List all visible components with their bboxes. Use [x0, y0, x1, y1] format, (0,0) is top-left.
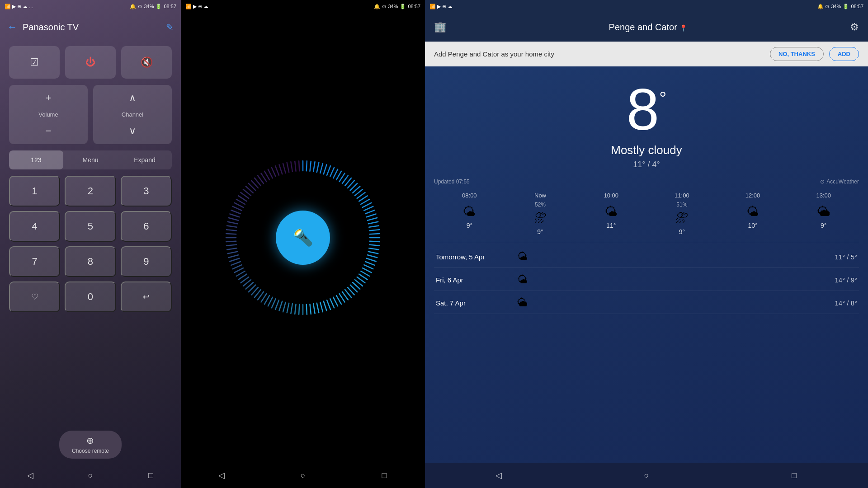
- status-right: 🔔 ⊙ 34% 🔋 08:57: [130, 4, 176, 9]
- fl-status-left: 📶 ▶ ⊕ ☁: [185, 4, 208, 9]
- nav-back-button[interactable]: ◁: [21, 466, 39, 484]
- day-row-1: Fri, 6 Apr 🌤 14° / 9°: [434, 269, 859, 291]
- nav-home-button[interactable]: ○: [81, 466, 99, 484]
- flashlight-status-bar: 📶 ▶ ⊕ ☁ 🔔 ⊙ 34% 🔋 08:57: [181, 0, 425, 13]
- channel-up-button[interactable]: ∧: [93, 89, 172, 107]
- day-name-1: Fri, 6 Apr: [436, 276, 517, 284]
- volume-down-button[interactable]: −: [9, 122, 88, 140]
- updated-text: Updated 07:55: [434, 178, 470, 185]
- num-back[interactable]: ↩: [121, 282, 172, 312]
- fl-clock: ⊙: [382, 4, 386, 9]
- tab-123[interactable]: 123: [9, 150, 63, 169]
- volume-label: Volume: [38, 109, 58, 120]
- mute-icon: 🔇: [141, 56, 153, 68]
- flashlight-toggle-button[interactable]: 🔦: [276, 211, 330, 265]
- remote-body: ☑ ⏻ 🔇 + Volume − ∧: [0, 42, 181, 427]
- num-4[interactable]: 4: [9, 211, 60, 242]
- fl-nav-home[interactable]: ○: [294, 466, 312, 484]
- fl-alarm: 🔔: [374, 4, 380, 9]
- day-range-2: 14° / 8°: [835, 299, 857, 307]
- remote-status-bar: 📶 ▶ ⊕ ☁ ... 🔔 ⊙ 34% 🔋 08:57: [0, 0, 181, 13]
- num-3[interactable]: 3: [121, 176, 172, 206]
- add-city-actions: NO, THANKS ADD: [770, 47, 859, 61]
- power-button[interactable]: ⏻: [65, 46, 116, 79]
- day-row-2: Sat, 7 Apr 🌥 14° / 8°: [434, 292, 859, 314]
- tab-expand[interactable]: Expand: [118, 150, 172, 169]
- channel-up-icon: ∧: [129, 92, 136, 104]
- time-display: 08:57: [164, 4, 176, 9]
- battery-icon: 🔋: [156, 4, 162, 9]
- num-1[interactable]: 1: [9, 176, 60, 206]
- daily-section: Tomorrow, 5 Apr 🌤 11° / 5° Fri, 6 Apr 🌤 …: [434, 246, 859, 314]
- add-city-banner: Add Penge and Cator as your home city NO…: [425, 42, 868, 66]
- add-button[interactable]: ADD: [829, 47, 859, 61]
- volume-up-icon: +: [46, 92, 52, 104]
- choose-remote-button[interactable]: ⊕ Choose remote: [59, 431, 122, 459]
- fl-battery-pct: 34%: [388, 4, 398, 9]
- mute-button[interactable]: 🔇: [121, 46, 172, 79]
- remote-header: ← Panasonic TV ✎: [0, 13, 181, 42]
- check-button[interactable]: ☑: [9, 46, 60, 79]
- num-7[interactable]: 7: [9, 246, 60, 277]
- hour-item-4: 12:00 🌤 10°: [717, 189, 788, 238]
- fl-signal-icon: 📶: [185, 4, 192, 9]
- num-fav[interactable]: ♡: [9, 282, 60, 312]
- flashlight-panel: 📶 ▶ ⊕ ☁ 🔔 ⊙ 34% 🔋 08:57: [181, 0, 425, 488]
- channel-group: ∧ Channel ∨: [93, 85, 172, 144]
- flashlight-nav-bar: ◁ ○ □: [181, 463, 425, 488]
- nav-recent-button[interactable]: □: [142, 466, 160, 484]
- day-icon-1: 🌤: [517, 273, 535, 286]
- channel-down-button[interactable]: ∨: [93, 122, 172, 140]
- hour-item-3: 11:00 51% ⛈ 9°: [646, 189, 717, 238]
- flashlight-body: 🔦: [181, 13, 425, 463]
- vc-controls: + Volume − ∧ Channel ∨: [9, 85, 172, 144]
- hour-item-0: 08:00 🌤 9°: [434, 189, 505, 238]
- fl-nav-recent[interactable]: □: [375, 466, 393, 484]
- power-icon: ⏻: [85, 56, 95, 68]
- hourly-scroll: 08:00 🌤 9° Now 52% ⛈ 9° 10:00 🌤 11°: [434, 189, 859, 238]
- fl-battery: 🔋: [400, 4, 406, 9]
- tab-menu[interactable]: Menu: [63, 150, 118, 169]
- w-status-right: 🔔 ⊙ 34% 🔋 08:57: [817, 4, 863, 9]
- volume-up-button[interactable]: +: [9, 89, 88, 107]
- check-icon: ☑: [30, 56, 39, 68]
- fl-nav-back[interactable]: ◁: [212, 466, 231, 484]
- no-thanks-button[interactable]: NO, THANKS: [770, 47, 824, 61]
- clock-icon: ⊙: [138, 4, 142, 9]
- num-9[interactable]: 9: [121, 246, 172, 277]
- weather-description: Mostly cloudy: [434, 143, 859, 157]
- w-status-left: 📶 ▶ ⊕ ☁: [429, 4, 453, 9]
- icons-group: ⊕ ☁ ...: [17, 4, 33, 9]
- flashlight-circle: 🔦: [222, 156, 384, 319]
- channel-down-icon: ∨: [129, 125, 136, 137]
- num-2[interactable]: 2: [65, 176, 116, 206]
- num-5[interactable]: 5: [65, 211, 116, 242]
- num-6[interactable]: 6: [121, 211, 172, 242]
- hour-item-5: 13:00 🌥 9°: [788, 189, 859, 238]
- weather-range: 11° / 4°: [434, 160, 859, 169]
- fl-status-right: 🔔 ⊙ 34% 🔋 08:57: [374, 4, 420, 9]
- day-range-0: 11° / 5°: [835, 253, 857, 261]
- num-0[interactable]: 0: [65, 282, 116, 312]
- w-nav-home[interactable]: ○: [637, 466, 656, 484]
- numpad: 1 2 3 4 5 6 7 8 9 ♡ 0 ↩: [9, 176, 172, 312]
- settings-icon[interactable]: ⚙: [850, 21, 859, 33]
- building-icon: 🏢: [434, 21, 446, 33]
- w-nav-back[interactable]: ◁: [490, 466, 508, 484]
- fl-time: 08:57: [408, 4, 420, 9]
- add-city-text: Add Penge and Cator as your home city: [434, 50, 554, 58]
- channel-label: Channel: [122, 109, 143, 120]
- back-button[interactable]: ←: [7, 21, 17, 33]
- city-name: Penge and Cator 📍: [452, 22, 844, 33]
- alarm-icon: 🔔: [130, 4, 136, 9]
- weather-nav-bar: ◁ ○ □: [425, 463, 868, 488]
- hour-item-1: Now 52% ⛈ 9°: [505, 189, 576, 238]
- remote-tabs: 123 Menu Expand: [9, 150, 172, 169]
- flashlight-icon: 🔦: [293, 228, 313, 247]
- location-pin-icon: 📍: [679, 24, 687, 32]
- w-nav-recent[interactable]: □: [785, 466, 803, 484]
- edit-icon[interactable]: ✎: [166, 22, 174, 33]
- hour-item-2: 10:00 🌤 11°: [576, 189, 646, 238]
- num-8[interactable]: 8: [65, 246, 116, 277]
- weather-status-bar: 📶 ▶ ⊕ ☁ 🔔 ⊙ 34% 🔋 08:57: [425, 0, 868, 13]
